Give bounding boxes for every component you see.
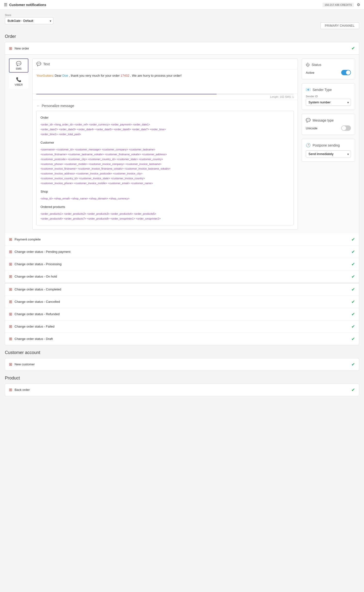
order-section-title: Order [5,34,359,39]
payment-complete-row[interactable]: ⊞ Payment complete ✔︎ [5,233,359,246]
new-order-row[interactable]: ⊞ New order ✔︎ [5,42,359,55]
menu-icon[interactable]: ☰ [4,2,7,7]
change-refunded-status: ✔︎ [351,312,355,317]
back-order-row[interactable]: ⊞ Back order ✔︎ [5,384,359,396]
change-onhold-status: ✔︎ [351,274,355,279]
expand-icon-onhold[interactable]: ⊞ [9,274,12,279]
change-onhold-row[interactable]: ⊞ Change order status - On hold ✔︎ [5,271,359,283]
text-type-icon: 💬 [36,62,41,66]
message-length: Length: 102 SMS: 1 [270,95,294,98]
order-section: Order ⊞ New order ✔︎ 💬 SMS 📞 VIBE [5,34,359,345]
store-select[interactable]: BulkGate - Default [5,17,53,24]
change-pending-label: Change order status - Pending payment [15,250,351,254]
status-toggle[interactable] [341,70,351,75]
change-cancelled-status: ✔︎ [351,299,355,304]
sender-type-header: 📧 Sender Type [306,87,351,92]
product-group: ⊞ Back order ✔︎ [5,384,359,396]
sender-id-select-wrap: System number [306,99,351,106]
status-value: Active [306,71,314,74]
sms-channel-btn[interactable]: 💬 SMS [9,58,28,73]
customer-account-group: ⊞ New customer ✔︎ [5,358,359,371]
preview-number: 17432 [121,74,129,77]
expand-icon-failed[interactable]: ⊞ [9,324,12,329]
viber-label: VIBER [15,83,23,86]
postpone-panel: 🕐 Postpone sending Send immediately [302,139,355,162]
new-order-group: ⊞ New order ✔︎ 💬 SMS 📞 VIBER [5,42,359,345]
change-completed-row[interactable]: ⊞ Change order status - Completed ✔︎ [5,283,359,296]
new-order-expanded: 💬 SMS 📞 VIBER 💬 Text [5,55,359,233]
change-completed-status: ✔︎ [351,287,355,292]
viber-channel-btn[interactable]: 📞 VIBER [9,74,28,89]
order-tags: <order_id> <long_order_id> <order_ref> <… [40,122,290,137]
expand-icon-cancelled[interactable]: ⊞ [9,299,12,304]
change-failed-status: ✔︎ [351,324,355,329]
expand-icon-pending[interactable]: ⊞ [9,249,12,254]
change-cancelled-label: Change order status - Cancelled [15,300,351,304]
payment-complete-status: ✔︎ [351,237,355,242]
shop-tags: <shop_id> <shop_email> <shop_name> <shop… [40,196,290,201]
message-type-toggle[interactable] [341,125,351,131]
status-header: ⏻ Status [306,63,351,67]
change-pending-status: ✔︎ [351,249,355,255]
message-type-value: Unicode [306,126,317,130]
new-customer-label: New customer [15,362,351,366]
customer-account-title: Customer account [5,350,359,355]
change-draft-status: ✔︎ [351,336,355,342]
personalize-header: ↔ Personalize message [36,104,294,108]
change-pending-row[interactable]: ⊞ Change order status - Pending payment … [5,246,359,258]
postpone-select[interactable]: Send immediately [306,150,351,157]
change-failed-row[interactable]: ⊞ Change order status - Failed ✔︎ [5,321,359,333]
message-footer: Length: 102 SMS: 1 [32,94,298,100]
status-title: Status [312,63,321,67]
expand-icon-payment[interactable]: ⊞ [9,237,12,242]
change-cancelled-row[interactable]: ⊞ Change order status - Cancelled ✔︎ [5,296,359,308]
change-draft-label: Change order status - Draft [15,337,351,341]
back-order-status: ✔︎ [351,387,355,393]
credits-display: 150.217.436 CREDITS [323,3,354,7]
expand-icon-draft[interactable]: ⊞ [9,337,12,341]
top-bar-right: 150.217.436 CREDITS ⚙ [323,2,360,7]
status-icon: ⏻ [306,63,310,67]
change-failed-label: Change order status - Failed [15,325,351,328]
channel-sidebar: 💬 SMS 📞 VIBER [9,58,28,230]
expand-icon-new-order[interactable]: ⊞ [9,46,12,51]
expand-icon-completed[interactable]: ⊞ [9,287,12,292]
sender-type-title: Sender Type [313,88,332,92]
expand-icon-refunded[interactable]: ⊞ [9,312,12,316]
product-section: Product ⊞ Back order ✔︎ [5,376,359,396]
new-customer-row[interactable]: ⊞ New customer ✔︎ [5,358,359,370]
change-processing-row[interactable]: ⊞ Change order status - Processing ✔︎ [5,258,359,271]
expand-icon-back-order[interactable]: ⊞ [9,387,12,392]
sender-id-select[interactable]: System number [306,99,351,106]
customer-tags: <username> <customer_id> <customer_messa… [40,147,290,186]
primary-channel-button[interactable]: PRIMARY CHANNEL [320,22,359,29]
change-processing-label: Change order status - Processing [15,262,351,266]
ordered-products-tags: <order_products1> <order_products2> <ord… [40,212,290,221]
category-customer: Customer [40,140,290,145]
settings-icon[interactable]: ⚙ [357,2,360,7]
expand-icon-processing[interactable]: ⊞ [9,262,12,266]
expand-icon-new-customer[interactable]: ⊞ [9,362,12,367]
new-customer-status: ✔︎ [351,362,355,367]
page-title: Customer notifications [9,3,46,7]
message-body[interactable]: YourGuitars: Dear Doe , thank you very m… [32,69,298,94]
new-order-status-icon: ✔︎ [351,46,355,51]
preview-colon: : Dear [53,74,62,77]
postpone-select-wrap: Send immediately [306,150,351,157]
personalize-box: Order <order_id> <long_order_id> <order_… [36,111,294,225]
product-title: Product [5,376,359,381]
right-panel: ⏻ Status Active 📧 Sender Type [302,58,355,230]
postpone-header: 🕐 Postpone sending [306,143,351,148]
category-shop: Shop [40,189,290,194]
change-refunded-row[interactable]: ⊞ Change order status - Refunded ✔︎ [5,308,359,321]
message-panel: 💬 Text YourGuitars: Dear Doe , thank you… [32,58,298,230]
personalize-label: Personalize message [42,104,74,108]
personalize-icon: ↔ [36,104,40,108]
change-draft-row[interactable]: ⊞ Change order status - Draft ✔︎ [5,333,359,345]
sender-type-panel: 📧 Sender Type Sender ID System number [302,83,355,110]
postpone-title: Postpone sending [313,143,340,147]
sender-type-icon: 📧 [306,87,311,92]
sender-id-label: Sender ID [306,95,351,98]
message-type-title: Message type [313,118,334,122]
category-ordered-products: Ordered products [40,204,290,210]
